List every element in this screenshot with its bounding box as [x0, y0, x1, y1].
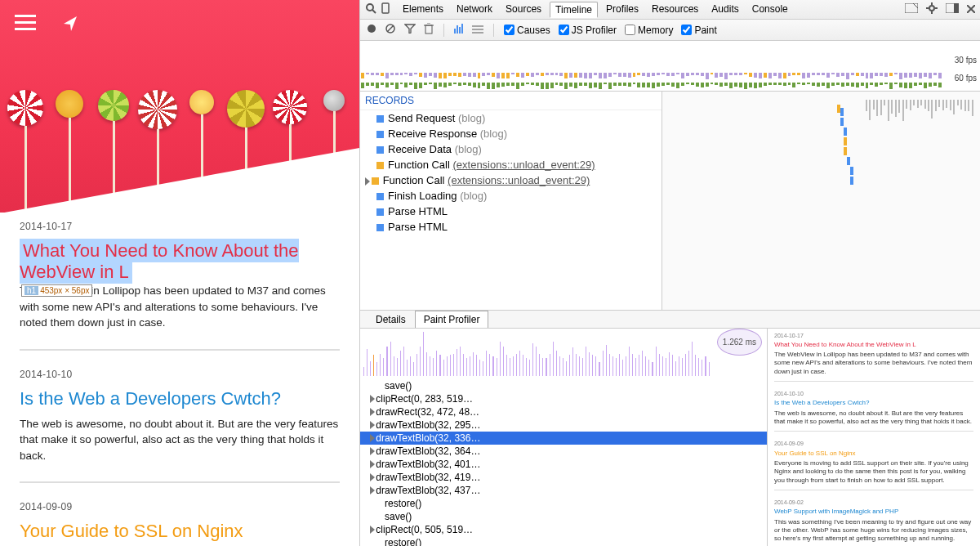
- gc-icon[interactable]: [424, 23, 434, 37]
- tab-sources[interactable]: Sources: [501, 2, 546, 18]
- svg-point-17: [368, 25, 376, 33]
- details-subtabs: DetailsPaint Profiler: [360, 311, 980, 329]
- post-title[interactable]: Is the Web a Developers Cwtch?: [20, 388, 340, 410]
- paint-command[interactable]: restore(): [360, 497, 767, 510]
- paint-command[interactable]: drawRect(32, 472, 48…: [360, 405, 767, 418]
- devtools-tabbar: ElementsNetworkSourcesTimelineProfilesRe…: [360, 0, 980, 20]
- svg-rect-0: [15, 15, 36, 17]
- post-date: 2014-09-09: [20, 501, 340, 512]
- check-js-profiler[interactable]: JS Profiler: [559, 25, 617, 36]
- post-excerpt: The web is awesome, no doubt about it. B…: [20, 416, 340, 464]
- flame-chart[interactable]: [662, 92, 980, 310]
- close-icon[interactable]: [967, 4, 975, 16]
- record-item[interactable]: Receive Data (blog): [360, 141, 662, 157]
- paint-command[interactable]: drawTextBlob(32, 295…: [360, 418, 767, 432]
- paint-command[interactable]: drawTextBlob(32, 419…: [360, 471, 767, 484]
- paint-command[interactable]: clipRect(0, 283, 519…: [360, 392, 767, 405]
- paint-command[interactable]: drawTextBlob(32, 401…: [360, 458, 767, 471]
- svg-point-3: [367, 4, 373, 11]
- svg-line-19: [387, 25, 394, 32]
- fps-overview[interactable]: 30 fps 60 fps: [360, 41, 980, 92]
- svg-rect-1: [15, 21, 36, 24]
- record-item[interactable]: Parse HTML: [360, 219, 662, 235]
- paint-profiler: 1.262 ms save() clipRect(0, 283, 519… dr…: [360, 329, 980, 547]
- post-date: 2014-10-17: [20, 221, 340, 232]
- tab-network[interactable]: Network: [452, 2, 497, 18]
- check-memory[interactable]: Memory: [625, 25, 673, 36]
- svg-line-7: [913, 3, 918, 8]
- tab-console[interactable]: Console: [747, 2, 793, 18]
- record-item[interactable]: Function Call (extensions::unload_event:…: [360, 157, 662, 172]
- post-title[interactable]: Your Guide to SSL on Nginx: [20, 521, 340, 542]
- paint-timing-badge: 1.262 ms: [717, 329, 762, 356]
- svg-rect-14: [954, 3, 959, 13]
- post-date: 2014-10-10: [20, 369, 340, 380]
- hero-banner: [0, 0, 359, 213]
- record-icon[interactable]: [367, 24, 376, 36]
- paint-commands: save() clipRect(0, 283, 519… drawRect(32…: [360, 378, 767, 547]
- paint-command[interactable]: save(): [360, 379, 767, 392]
- filter-icon[interactable]: [404, 24, 416, 36]
- blog-post: 2014-10-10 Is the Web a Developers Cwtch…: [20, 369, 340, 484]
- svg-point-8: [929, 6, 934, 11]
- hero-illustration: [0, 33, 359, 213]
- subtab-paint-profiler[interactable]: Paint Profiler: [415, 311, 489, 328]
- record-item[interactable]: Parse HTML: [360, 204, 662, 219]
- tab-elements[interactable]: Elements: [398, 2, 448, 18]
- record-item[interactable]: Send Request (blog): [360, 110, 662, 126]
- records-panel: RECORDS Send Request (blog)Receive Respo…: [360, 92, 980, 311]
- blog-post: 2014-09-09 Your Guide to SSL on Nginx Ev…: [20, 501, 340, 546]
- flame-view-icon[interactable]: [454, 24, 464, 36]
- tab-audits[interactable]: Audits: [706, 2, 743, 18]
- list-view-icon[interactable]: [472, 25, 483, 36]
- subtab-details[interactable]: Details: [367, 311, 415, 328]
- check-causes[interactable]: Causes: [504, 25, 550, 36]
- check-paint[interactable]: Paint: [681, 25, 716, 36]
- svg-rect-5: [382, 3, 389, 13]
- tab-resources[interactable]: Resources: [647, 2, 703, 18]
- record-item[interactable]: Receive Response (blog): [360, 126, 662, 141]
- fps-label-30: 30 fps: [955, 56, 977, 65]
- paint-command[interactable]: drawTextBlob(32, 336…: [360, 432, 767, 445]
- records-header: RECORDS: [360, 92, 662, 110]
- device-icon[interactable]: [381, 2, 390, 16]
- inspect-icon[interactable]: [365, 2, 376, 16]
- tab-profiles[interactable]: Profiles: [601, 2, 644, 18]
- webpage-pane: 2014-10-17 What You Need to Know About t…: [0, 0, 359, 546]
- devtools-pane: ElementsNetworkSourcesTimelineProfilesRe…: [359, 0, 980, 546]
- paint-command[interactable]: drawTextBlob(32, 437…: [360, 484, 767, 497]
- paint-command[interactable]: clipRect(0, 505, 519…: [360, 523, 767, 536]
- settings-icon[interactable]: [926, 2, 938, 16]
- paint-histogram[interactable]: 1.262 ms: [360, 329, 767, 378]
- svg-line-4: [372, 10, 376, 13]
- record-item[interactable]: Function Call (extensions::unload_event:…: [360, 172, 662, 188]
- svg-rect-6: [905, 3, 918, 13]
- svg-rect-2: [15, 28, 36, 30]
- element-tooltip: h1453px × 56px: [21, 284, 92, 297]
- post-title[interactable]: What You Need to Know About the WebView …: [20, 239, 299, 284]
- clear-icon[interactable]: [385, 23, 396, 37]
- dock-icon[interactable]: [946, 3, 959, 16]
- paint-command[interactable]: restore(): [360, 536, 767, 547]
- timeline-toolbar: Causes JS Profiler Memory Paint: [360, 20, 980, 41]
- svg-rect-20: [425, 25, 432, 34]
- paint-command[interactable]: save(): [360, 510, 767, 523]
- tab-timeline[interactable]: Timeline: [550, 2, 598, 18]
- paint-command[interactable]: drawTextBlob(32, 364…: [360, 445, 767, 458]
- paint-preview: 2014-10-17What You Need to Know About th…: [768, 329, 980, 547]
- fps-label-60: 60 fps: [955, 74, 977, 83]
- drawer-icon[interactable]: [905, 3, 918, 16]
- record-item[interactable]: Finish Loading (blog): [360, 188, 662, 204]
